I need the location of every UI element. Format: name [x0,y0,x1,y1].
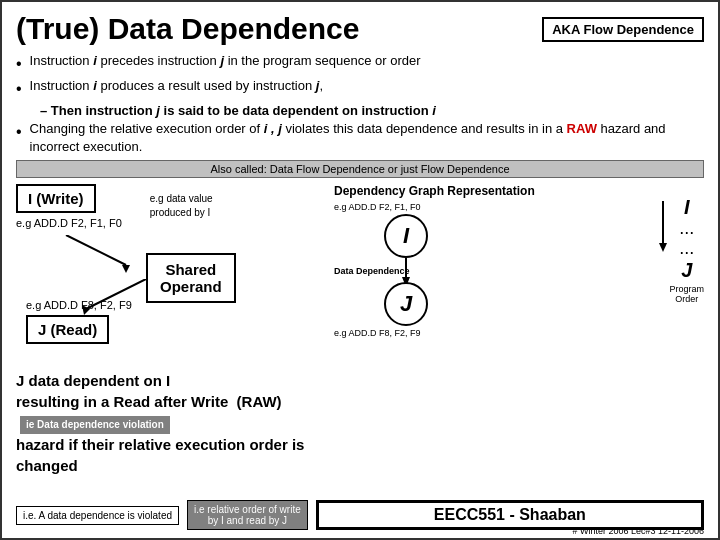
j-line-1: J data dependent on I [16,370,326,391]
j-data-section: J data dependent on I resulting in a Rea… [16,370,326,476]
svg-marker-7 [659,243,667,252]
dep-graph-title: Dependency Graph Representation [334,184,704,198]
aka-badge: AKA Flow Dependence [542,17,704,42]
dash-item: – Then instruction j is said to be data … [40,103,704,118]
content-area: I (Write) e.g ADD.D F2, F1, F0 e.g data … [16,184,704,476]
bullet-3-text: Changing the relative execution order of… [30,120,704,156]
bullet-dot-1: • [16,53,22,75]
eg-data-value: e.g data valueproduced by I [150,192,213,220]
slide: (True) Data Dependence AKA Flow Dependen… [0,0,720,540]
eg-node-j-label: e.g ADD.D F8, F2, F9 [334,328,421,338]
bottom-mid-badge: i.e relative order of write by I and rea… [187,500,308,530]
eg-label-2: e.g ADD.D F8, F2, F9 [26,299,132,311]
bullet-2: • Instruction i produces a result used b… [16,77,704,100]
prog-dots: ...... [679,219,694,259]
bullet-dot-3: • [16,121,22,143]
prog-label: ProgramOrder [669,284,704,304]
write-box: I (Write) [16,184,96,213]
right-panel: Dependency Graph Representation e.g ADD.… [334,184,704,476]
bullet-1-text: Instruction i precedes instruction j in … [30,52,421,70]
graph-container: e.g ADD.D F2, F1, F0 I J Data [334,202,474,332]
j-line-2: resulting in a Read after Write (RAW) ie… [16,391,326,434]
bottom-mid-line1: i.e relative order of write [194,504,301,515]
eg-label-1: e.g ADD.D F2, F1, F0 [16,217,122,229]
j-line-3: hazard if their relative execution order… [16,434,326,476]
bullet-2-text: Instruction i produces a result used by … [30,77,323,95]
program-order: I ...... J ProgramOrder [669,196,704,304]
bottom-mid-line2: by I and read by J [208,515,288,526]
bullet-1: • Instruction i precedes instruction j i… [16,52,704,75]
prog-i: I [684,196,690,219]
prog-order-arrow [653,196,673,256]
bullet-3: • Changing the relative execution order … [16,120,704,156]
read-box: J (Read) [26,315,109,344]
dep-label: Data Dependence [334,266,410,276]
bottom-left-badge: i.e. A data dependence is violated [16,506,179,525]
prog-j: J [681,259,692,282]
header-row: (True) Data Dependence AKA Flow Dependen… [16,12,704,46]
ie-badge: ie Data dependence violation [20,416,170,434]
left-area: I (Write) e.g ADD.D F2, F1, F0 e.g data … [16,184,326,364]
node-j: J [384,282,428,326]
bottom-date: # Winter 2006 Lec#3 12-11-2006 [572,526,704,536]
bullet-dot-2: • [16,78,22,100]
left-panel: I (Write) e.g ADD.D F2, F1, F0 e.g data … [16,184,326,476]
main-title: (True) Data Dependence [16,12,359,46]
bullet-section: • Instruction i precedes instruction j i… [16,52,704,156]
node-j-label: J [400,291,412,317]
also-called-bar: Also called: Data Flow Dependence or jus… [16,160,704,178]
